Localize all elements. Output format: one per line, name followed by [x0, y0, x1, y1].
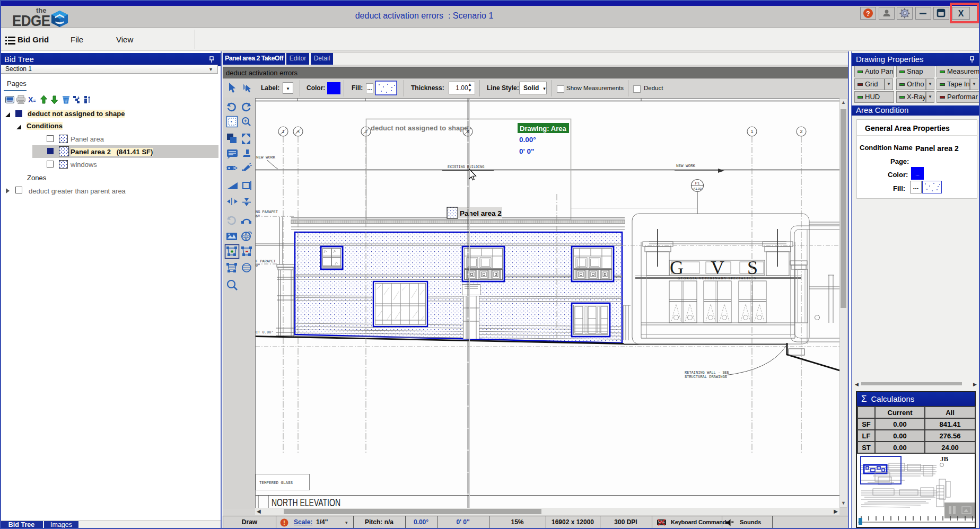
svg-text:EXISTING BUILDING: EXISTING BUILDING: [448, 165, 484, 169]
svg-text:CT 0.00': CT 0.00': [256, 330, 274, 334]
svg-text:RETAINING WALL - SEE: RETAINING WALL - SEE: [685, 371, 729, 375]
svg-text:2: 2: [800, 129, 802, 134]
svg-text:0.00°: 0.00°: [519, 136, 536, 144]
svg-text:A: A: [296, 129, 300, 134]
svg-text:G: G: [670, 257, 684, 278]
svg-text:Panel area 2: Panel area 2: [460, 209, 502, 217]
svg-text:1: 1: [750, 129, 753, 134]
svg-text:STRUCTURAL DRAWINGS: STRUCTURAL DRAWINGS: [685, 375, 727, 379]
svg-text:!: !: [283, 520, 285, 526]
svg-text:S: S: [747, 257, 758, 278]
svg-text:0' 0": 0' 0": [519, 147, 534, 155]
svg-text:NEW WORK: NEW WORK: [256, 155, 276, 160]
svg-text:NORTH ELEVATION: NORTH ELEVATION: [272, 496, 340, 508]
svg-text:NG PARAPET: NG PARAPET: [256, 210, 278, 214]
svg-text:deduct not assigned to shape: deduct not assigned to shape: [371, 124, 468, 132]
svg-text:F PARAPET: F PARAPET: [256, 259, 276, 263]
svg-text:GEORGIA VETERINARY SPECIALISTS: GEORGIA VETERINARY SPECIALISTS: [678, 276, 757, 280]
svg-text:P1: P1: [695, 181, 700, 185]
svg-text:NEW WORK: NEW WORK: [676, 164, 696, 168]
svg-text:A1.00: A1.00: [693, 187, 702, 190]
svg-text:JB: JB: [940, 455, 949, 463]
svg-text:TEMPERED GLASS: TEMPERED GLASS: [259, 481, 293, 485]
svg-text:Drawing: Area: Drawing: Area: [520, 125, 566, 133]
svg-text:1: 1: [282, 129, 284, 134]
svg-text:?: ?: [866, 10, 870, 17]
svg-text:V: V: [711, 257, 724, 278]
